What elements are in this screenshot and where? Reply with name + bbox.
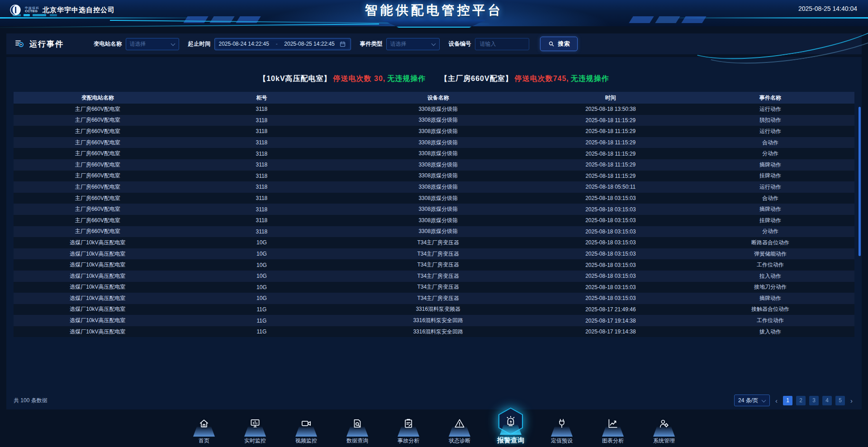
table-cell: 2025-08-18 03:15:03 [535, 206, 687, 213]
device-number-input[interactable] [479, 40, 525, 48]
table-cell: 主厂房660V配电室 [14, 172, 182, 180]
table-cell: 2025-08-18 05:50:11 [535, 184, 687, 190]
table-cell: 2025-08-18 11:15:29 [535, 173, 687, 179]
table-row[interactable]: 主厂房660V配电室31183308原煤分级筛2025-08-18 13:50:… [14, 104, 854, 115]
table-row[interactable]: 主厂房660V配电室31183308原煤分级筛2025-08-18 11:15:… [14, 126, 854, 137]
table-cell: 3316混料泵变频器 [342, 305, 535, 313]
summary-segment: 无违规操作 [571, 74, 609, 84]
table-header-cell: 时间 [535, 94, 687, 102]
table-row[interactable]: 选煤厂10kV高压配电室11G3316混料泵安全回路2025-08-17 19:… [14, 315, 854, 326]
nav-stage [242, 413, 268, 437]
table-cell: 3308原煤分级筛 [342, 116, 535, 124]
table-cell: T34主厂房变压器 [342, 239, 535, 247]
table-cell: 主厂房660V配电室 [14, 150, 182, 157]
table-header-cell: 柜号 [182, 94, 342, 102]
table-cell: 3308原煤分级筛 [342, 195, 535, 202]
chevron-down-icon [432, 42, 436, 46]
events-list-icon [14, 38, 25, 49]
table-row[interactable]: 主厂房660V配电室31183308原煤分级筛2025-08-18 03:15:… [14, 226, 854, 238]
table-cell: 选煤厂10kV高压配电室 [14, 272, 182, 280]
company-name: 北京华宇中选自控公司 [43, 6, 115, 14]
chart-analysis-icon [607, 418, 619, 429]
nav-item-label: 系统管理 [653, 437, 675, 445]
nav-stage [549, 413, 574, 437]
summary-segment: 【10kV高压配电室】 [259, 74, 331, 84]
table-header-cell: 事件名称 [686, 94, 854, 102]
content-panel: 【10kV高压配电室】停送电次数 30,无违规操作【主厂房660V配室】停送电次… [6, 57, 862, 409]
table-cell: 主厂房660V配电室 [14, 105, 182, 113]
table-row[interactable]: 主厂房660V配电室31183308原煤分级筛2025-08-18 03:15:… [14, 193, 854, 204]
table-cell: 2025-08-18 03:15:03 [535, 273, 687, 279]
table-row[interactable]: 主厂房660V配电室31183308原煤分级筛2025-08-18 11:15:… [14, 115, 854, 126]
nav-item-video-monitor[interactable]: 视频监控 [288, 413, 324, 445]
table-cell: 3308原煤分级筛 [342, 183, 535, 191]
nav-item-alarm-query[interactable]: 报警查询 [493, 411, 529, 445]
table-row[interactable]: 主厂房660V配电室31183308原煤分级筛2025-08-18 11:15:… [14, 159, 854, 171]
table-row[interactable]: 主厂房660V配电室31183308原煤分级筛2025-08-18 03:15:… [14, 204, 854, 215]
table-cell: 2025-08-18 03:15:03 [535, 239, 687, 246]
table-cell: 3118 [182, 206, 342, 213]
nav-stage [447, 413, 472, 437]
table-cell: 3308原煤分级筛 [342, 172, 535, 180]
table-row[interactable]: 选煤厂10kV高压配电室10GT34主厂房变压器2025-08-18 03:15… [14, 293, 854, 304]
table-row[interactable]: 主厂房660V配电室31183308原煤分级筛2025-08-18 11:15:… [14, 148, 854, 159]
logo-badge: 中国煤科 CCTEG [25, 6, 39, 14]
table-cell: 3308原煤分级筛 [342, 217, 535, 224]
table-cell: 2025-08-18 03:15:03 [535, 195, 687, 201]
event-type-select-value: 请选择 [390, 40, 407, 48]
chevron-down-icon [762, 399, 766, 403]
platform-title: 智能供配电管控平台 [0, 2, 868, 19]
search-button[interactable]: 搜索 [540, 37, 578, 51]
table-cell: 2025-08-18 03:15:03 [535, 284, 687, 290]
table-row[interactable]: 选煤厂10kV高压配电室11G3316混料泵变频器2025-08-17 21:4… [14, 304, 854, 315]
station-select[interactable]: 请选择 [126, 38, 179, 50]
chevron-down-icon [171, 42, 175, 46]
search-icon [548, 40, 555, 48]
system-admin-icon [658, 418, 670, 429]
table-cell: T34主厂房变压器 [342, 261, 535, 269]
event-type-select[interactable]: 请选择 [386, 38, 440, 50]
summary-segment: 停送电次数745, [515, 74, 569, 84]
nav-item-status-diagnosis[interactable]: 状态诊断 [441, 413, 478, 445]
table-row[interactable]: 选煤厂10kV高压配电室10GT34主厂房变压器2025-08-18 03:15… [14, 271, 854, 282]
table-cell: 摘牌动作 [686, 161, 854, 169]
table-cell: 3118 [182, 117, 342, 124]
table-row[interactable]: 主厂房660V配电室31183308原煤分级筛2025-08-18 11:15:… [14, 171, 854, 182]
time-range-picker[interactable]: 2025-08-24 14:22:45 - 2025-08-25 14:22:4… [214, 38, 351, 50]
table-cell: 选煤厂10kV高压配电室 [14, 295, 182, 302]
summary-segment: 停送电次数 30, [333, 74, 386, 84]
table-row[interactable]: 选煤厂10kV高压配电室10GT34主厂房变压器2025-08-18 03:15… [14, 282, 854, 293]
nav-item-label: 状态诊断 [449, 437, 470, 445]
table-row[interactable]: 选煤厂10kV高压配电室11G3316混料泵安全回路2025-08-17 19:… [14, 326, 854, 338]
home-icon [198, 418, 210, 429]
calendar-icon[interactable] [339, 41, 346, 48]
table-cell: 脱扣动作 [686, 116, 854, 124]
table-row[interactable]: 选煤厂10kV高压配电室10GT34主厂房变压器2025-08-18 03:15… [14, 237, 854, 248]
nav-item-accident-analysis[interactable]: 事故分析 [390, 413, 427, 445]
table-cell: 3308原煤分级筛 [342, 205, 535, 213]
logo-text-en: CCTEG [25, 10, 39, 13]
table-cell: T34主厂房变压器 [342, 283, 535, 291]
table-cell: 主厂房660V配电室 [14, 161, 182, 169]
table-row[interactable]: 主厂房660V配电室31183308原煤分级筛2025-08-18 05:50:… [14, 181, 854, 193]
table-cell: 分动作 [686, 150, 854, 157]
nav-item-home[interactable]: 首页 [186, 413, 222, 445]
table-cell: 3308原煤分级筛 [342, 161, 535, 169]
table-cell: 3118 [182, 162, 342, 168]
nav-item-value-preset[interactable]: 定值预设 [544, 413, 580, 445]
nav-stage [294, 413, 319, 437]
table-cell: 主厂房660V配电室 [14, 183, 182, 191]
nav-item-chart-analysis[interactable]: 图表分析 [595, 413, 631, 445]
nav-item-data-query[interactable]: 数据查询 [339, 413, 375, 445]
table-cell: 2025-08-18 03:15:03 [535, 295, 687, 301]
vertical-scrollbar[interactable] [859, 107, 861, 256]
nav-item-realtime-monitor[interactable]: 实时监控 [237, 413, 273, 445]
datetime-display: 2025-08-25 14:40:04 [798, 5, 857, 12]
table-row[interactable]: 选煤厂10kV高压配电室10GT34主厂房变压器2025-08-18 03:15… [14, 259, 854, 271]
table-row[interactable]: 选煤厂10kV高压配电室10GT34主厂房变压器2025-08-18 03:15… [14, 248, 854, 260]
table-cell: 运行动作 [686, 128, 854, 135]
nav-item-system-admin[interactable]: 系统管理 [646, 413, 682, 445]
nav-stage [651, 413, 677, 437]
table-row[interactable]: 主厂房660V配电室31183308原煤分级筛2025-08-18 11:15:… [14, 137, 854, 148]
table-row[interactable]: 主厂房660V配电室31183308原煤分级筛2025-08-18 03:15:… [14, 215, 854, 226]
